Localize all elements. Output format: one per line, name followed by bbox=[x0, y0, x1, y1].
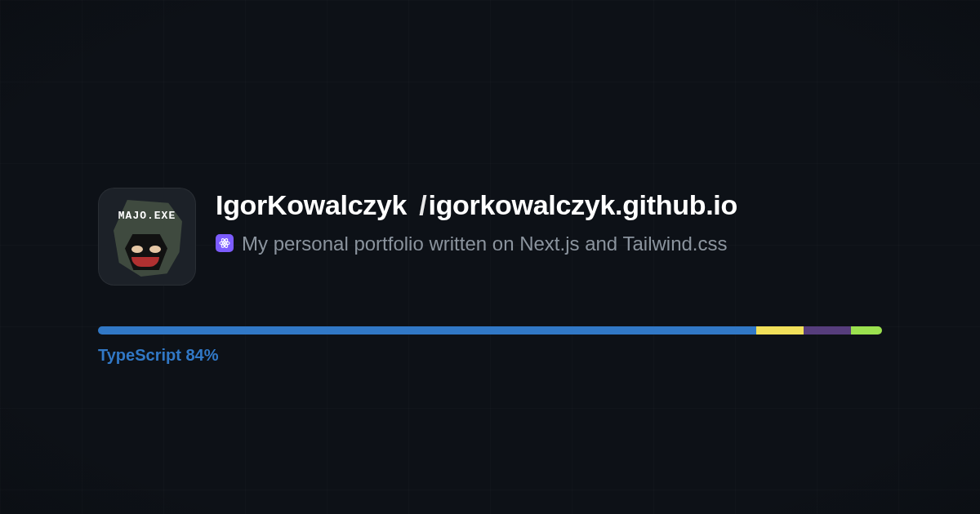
repo-name: igorkowalczyk.github.io bbox=[428, 189, 737, 220]
atom-icon bbox=[216, 234, 234, 252]
language-bar bbox=[98, 326, 882, 335]
language-segment bbox=[851, 326, 882, 335]
language-segment bbox=[756, 326, 804, 335]
avatar-eye bbox=[131, 246, 143, 253]
repo-separator: / bbox=[414, 189, 428, 220]
language-segment bbox=[804, 326, 851, 335]
repo-text: IgorKowalczyk /igorkowalczyk.github.io M… bbox=[216, 188, 882, 257]
svg-point-0 bbox=[224, 241, 225, 243]
repo-avatar: MAJO.EXE bbox=[98, 188, 196, 286]
language-bar-section: TypeScript 84% bbox=[98, 326, 882, 365]
avatar-eye bbox=[149, 246, 161, 253]
repo-description: My personal portfolio written on Next.js… bbox=[242, 231, 728, 257]
repo-owner: IgorKowalczyk bbox=[216, 189, 407, 220]
primary-language-label: TypeScript 84% bbox=[98, 346, 882, 365]
repo-card: MAJO.EXE IgorKowalczyk /igorkowalczyk.gi… bbox=[98, 188, 882, 286]
avatar-label: MAJO.EXE bbox=[99, 210, 195, 222]
repo-description-row: My personal portfolio written on Next.js… bbox=[216, 231, 882, 257]
repo-title: IgorKowalczyk /igorkowalczyk.github.io bbox=[216, 188, 882, 223]
language-segment bbox=[98, 326, 756, 335]
